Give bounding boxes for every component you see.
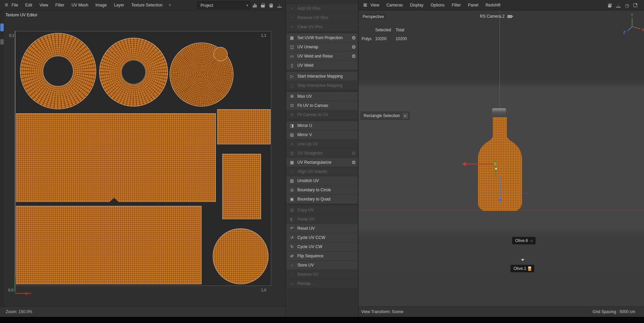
command-store-uv[interactable]: ↓Store UV [286,261,358,270]
menu-texture-selection[interactable]: Texture Selection [131,3,162,7]
menu-display[interactable]: Display [410,3,423,7]
hamburger-menu-icon[interactable]: ≡ [363,1,367,9]
gizmo-y-label: Y [631,13,633,17]
command-uv-rectangularize[interactable]: ▦UV Rectangularize⚙ [286,158,358,167]
viewport-3d[interactable]: Perspective RS Camera.2 Selected Total P… [359,11,644,306]
panel-title: Texture UV Editor [5,13,37,17]
gizmo-z-axis-arrow[interactable] [500,177,501,199]
command-cycle-uv-ccw[interactable]: ↺Cycle UV CCW [286,233,358,242]
uv-island-rect-large-top[interactable] [16,113,216,202]
download-icon[interactable]: ↓ [616,3,621,7]
texture-uv-editor-panel: ≡ FileEditViewFilterUV MeshImageLayerTex… [0,0,285,317]
rectangularize-icon: ▦ [289,160,295,165]
menu-redshift[interactable]: Redshift [486,3,501,7]
gear-settings-icon[interactable]: ⚙ [351,35,356,41]
command-boundary-to-quad[interactable]: ▣Boundary to Quad [286,195,358,204]
command-reset-uv[interactable]: ↶Reset UV [286,224,358,233]
command-set-uvw-from-projection[interactable]: ▩Set UVW from Projection⚙ [286,33,358,42]
stats-polys-label: Polys [362,36,375,41]
command-cycle-uv-cw[interactable]: ↻Cycle UV CW [286,242,358,251]
view-axis-gizmo[interactable]: Y X Z [619,11,644,38]
gizmo-x-axis-arrow[interactable] [466,164,496,164]
uv-island-rect-small-top-right[interactable] [217,109,271,144]
menu-image[interactable]: Image [95,3,107,7]
uv-island-rings[interactable] [170,43,233,107]
command-stop-interactive-mapping: ▢Stop Interactive Mapping [286,81,358,90]
menu-options[interactable]: Options [431,3,445,7]
menu-view[interactable]: View [39,3,48,7]
command-label: Line Up UV [297,142,356,146]
menu-filter[interactable]: Filter [452,3,461,7]
gear-settings-icon[interactable]: ⚙ [351,53,356,59]
command-restore-uv: ↑Restore UV [286,270,358,279]
histogram-icon[interactable] [253,3,257,7]
clock-icon[interactable]: ◷ [625,3,629,8]
command-start-interactive-mapping[interactable]: ▷Start Interactive Mapping [286,72,358,81]
gear-settings-icon[interactable]: ⚙ [351,44,356,50]
dock-tab-gray[interactable] [0,39,4,45]
hand-pan-icon[interactable] [608,3,612,7]
camera-icon [507,15,512,18]
command-label: UV Rectangularize [297,160,351,165]
view-mode-label[interactable]: Perspective [361,14,385,19]
stats-polys-row: Polys 10200 10200 [362,34,416,43]
uv-command-list: +Add UV Pins−Remove UV Pins×Clear UV Pin… [286,0,358,288]
weld-relax-icon: ▭ [289,54,295,59]
gear-settings-icon[interactable]: ⚙ [351,160,356,165]
poly-stats: Selected Total Polys 10200 10200 [362,26,416,43]
command-boundary-to-circle[interactable]: ◎Boundary to Circle [286,185,358,194]
pin-remove-icon: − [289,15,295,20]
gizmo-center-dot[interactable] [495,168,497,169]
active-tool-badge[interactable]: Rectangle Selection ▸ [361,112,410,120]
copy-uv-icon: ▨ [289,208,295,212]
uv-editor-statusbar: Zoom: 150.0% [0,306,285,317]
object-badge-olive1[interactable]: Olive.1 [510,265,534,272]
command-mirror-v[interactable]: ▤Mirror V [286,130,358,139]
command-flip-sequence[interactable]: ⇄Flip Sequence [286,252,358,260]
camera-indicator[interactable]: RS Camera.2 [480,14,512,19]
command-uv-unwrap[interactable]: ◫UV Unwrap⚙ [286,43,358,51]
menu-layer[interactable]: Layer [114,3,124,7]
project-dropdown[interactable]: Project ▾ [197,1,250,9]
uv-island-donut-1[interactable] [20,33,96,109]
pin-clear-icon: × [289,25,295,29]
menu-overflow-arrow[interactable]: > [169,3,171,7]
menu-panel[interactable]: Panel [468,3,478,7]
menu-edit[interactable]: Edit [25,3,32,7]
menu-file[interactable]: File [12,3,18,7]
uv-island-donut-2[interactable] [99,38,168,107]
uv-island-circle-bottom[interactable] [213,228,268,284]
download-icon[interactable]: ↓ [277,3,282,7]
uv-island-sub-circle[interactable] [213,47,228,61]
uv-island-rect-large-bottom[interactable] [16,206,202,284]
lock-icon[interactable] [261,5,265,7]
command-uv-weld-and-relax[interactable]: ▭UV Weld and Relax⚙ [286,52,358,61]
menu-uv-mesh[interactable]: UV Mesh [71,3,88,7]
gizmo-x-label: X [642,28,644,32]
bottle-cap[interactable] [492,108,506,117]
uv-commands-palette: +Add UV Pins−Remove UV Pins×Clear UV Pin… [285,0,359,317]
menu-cameras[interactable]: Cameras [386,3,403,7]
command-max-uv[interactable]: ⊞Max UV [286,92,358,101]
command-label: Boundary to Circle [297,188,356,192]
fit-uv-canvas-icon: ⊡ [289,103,295,108]
hand-pan-icon[interactable] [269,3,273,7]
command-label: Store UV [297,263,356,268]
menu-filter[interactable]: Filter [55,3,65,7]
viewport-menu-items: ViewCamerasDisplayOptionsFilterPanelReds… [370,3,501,7]
menu-view[interactable]: View [370,3,379,7]
maximize-panel-icon[interactable] [633,3,637,7]
hamburger-menu-icon[interactable]: ≡ [5,2,8,9]
tool-options-arrow-icon[interactable]: ▸ [403,113,408,118]
object-badge-olive6[interactable]: Olive.6 ◁ [512,237,536,244]
dock-tab-blue[interactable] [0,23,4,31]
gizmo-y-axis-dot[interactable] [494,163,497,165]
command-fit-uv-to-canvas[interactable]: ⊡Fit UV to Canvas [286,101,358,110]
uv-canvas[interactable] [15,31,271,286]
command-mirror-u[interactable]: ◨Mirror U [286,121,358,130]
uv-corner-top-right: 1,1 [261,33,266,37]
command-unstitch-uv[interactable]: ▧Unstitch UV [286,176,358,185]
command-uv-weld[interactable]: ▯UV Weld [286,61,358,70]
uv-island-rect-vertical[interactable] [222,154,261,219]
command-label: Remap... [297,281,356,286]
